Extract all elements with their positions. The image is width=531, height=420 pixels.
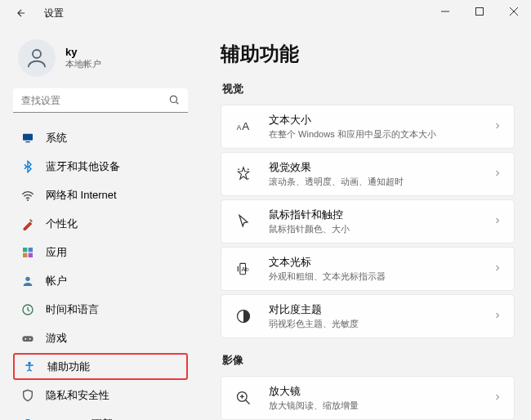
search-input[interactable] [13, 88, 188, 113]
user-block[interactable]: ky 本地帐户 [18, 39, 188, 77]
nav-item-bt[interactable]: 蓝牙和其他设备 [13, 153, 188, 180]
svg-text:Ab: Ab [242, 266, 249, 273]
card-mouse[interactable]: 鼠标指针和触控鼠标指针颜色、大小 [221, 199, 515, 244]
nav-item-priv[interactable]: 隐私和安全性 [13, 382, 188, 409]
net-icon [21, 189, 34, 202]
svg-rect-8 [25, 141, 29, 142]
app-title: 设置 [44, 7, 64, 20]
minimize-button[interactable] [428, 0, 462, 23]
system-icon [21, 132, 34, 145]
card-subtitle: 在整个 Windows 和应用中显示的文本大小 [269, 128, 493, 141]
card-subtitle: 滚动条、透明度、动画、通知超时 [269, 176, 493, 188]
chevron-right-icon [493, 391, 502, 405]
titlebar: 设置 [0, 0, 531, 26]
svg-rect-11 [29, 248, 33, 252]
nav-item-time[interactable]: 时间和语言 [13, 296, 188, 323]
game-icon [21, 332, 34, 345]
fx-icon [234, 166, 252, 182]
svg-point-18 [29, 337, 31, 339]
nav-item-apps[interactable]: 应用 [13, 239, 188, 266]
nav-label: Windows 更新 [46, 417, 113, 421]
card-list-video: 放大镜放大镜阅读、缩放增量 [221, 376, 515, 420]
card-title: 文本光标 [269, 255, 493, 270]
svg-rect-13 [29, 252, 33, 257]
priv-icon [21, 389, 34, 402]
nav-item-system[interactable]: 系统 [13, 124, 188, 151]
svg-rect-7 [23, 133, 33, 140]
nav-item-access[interactable]: 辅助功能 [13, 353, 188, 380]
svg-text:A: A [242, 120, 249, 132]
back-button[interactable] [13, 5, 29, 21]
nav-label: 应用 [46, 245, 67, 260]
card-contrast[interactable]: 对比度主题弱视彩色主题、光敏度 [221, 294, 515, 338]
chevron-right-icon [493, 214, 502, 229]
avatar [18, 39, 56, 77]
card-cursor[interactable]: Ab文本光标外观和粗细、文本光标指示器 [221, 247, 515, 291]
user-name: ky [65, 46, 101, 58]
card-text[interactable]: AA文本大小在整个 Windows 和应用中显示的文本大小 [221, 105, 515, 149]
nav-label: 游戏 [46, 331, 67, 346]
search-icon [168, 94, 180, 109]
nav-label: 个性化 [46, 217, 78, 231]
svg-line-6 [176, 101, 178, 104]
svg-rect-16 [22, 336, 33, 342]
nav-item-pers[interactable]: 个性化 [13, 210, 188, 237]
svg-point-14 [25, 276, 29, 280]
card-title: 鼠标指针和触控 [269, 208, 493, 222]
svg-point-24 [248, 168, 249, 170]
apps-icon [21, 246, 34, 259]
chevron-right-icon [493, 261, 502, 276]
main: 辅助功能 视觉 AA文本大小在整个 Windows 和应用中显示的文本大小视觉效… [199, 26, 531, 420]
chevron-right-icon [493, 309, 502, 324]
nav-item-game[interactable]: 游戏 [13, 324, 188, 351]
nav-label: 帐户 [46, 274, 67, 288]
time-icon [21, 303, 34, 316]
svg-rect-10 [23, 248, 27, 252]
svg-rect-12 [23, 252, 27, 257]
card-mag[interactable]: 放大镜放大镜阅读、缩放增量 [221, 376, 515, 420]
acct-icon [21, 275, 34, 288]
card-fx[interactable]: 视觉效果滚动条、透明度、动画、通知超时 [221, 152, 515, 196]
svg-rect-1 [476, 8, 484, 16]
nav-label: 隐私和安全性 [46, 388, 109, 403]
search-wrap [13, 88, 188, 113]
bt-icon [21, 160, 34, 173]
nav-item-acct[interactable]: 帐户 [13, 267, 188, 294]
svg-point-23 [238, 168, 239, 170]
card-subtitle: 鼠标指针颜色、大小 [269, 223, 493, 235]
svg-text:A: A [237, 123, 242, 132]
section-video: 影像 [222, 353, 515, 368]
window-controls [428, 0, 531, 23]
svg-point-19 [28, 361, 30, 364]
nav-label: 网络和 Internet [46, 188, 117, 203]
cursor-icon: Ab [234, 261, 252, 277]
access-icon [23, 360, 36, 373]
close-button[interactable] [497, 0, 531, 23]
chevron-right-icon [493, 167, 502, 181]
card-subtitle: 弱视彩色主题、光敏度 [269, 318, 493, 330]
card-title: 对比度主题 [269, 302, 493, 317]
card-subtitle: 放大镜阅读、缩放增量 [269, 400, 493, 412]
section-visual: 视觉 [222, 82, 515, 96]
svg-point-25 [248, 178, 249, 180]
user-sub: 本地帐户 [65, 58, 101, 70]
svg-point-5 [170, 96, 176, 102]
nav: 系统蓝牙和其他设备网络和 Internet个性化应用帐户时间和语言游戏辅助功能隐… [13, 124, 188, 420]
card-title: 文本大小 [269, 113, 493, 127]
nav-item-net[interactable]: 网络和 Internet [13, 181, 188, 208]
text-icon: AA [234, 118, 252, 135]
svg-point-4 [33, 50, 41, 58]
page-title: 辅助功能 [221, 41, 515, 67]
card-list-visual: AA文本大小在整个 Windows 和应用中显示的文本大小视觉效果滚动条、透明度… [221, 105, 515, 338]
card-title: 放大镜 [269, 384, 493, 399]
nav-label: 蓝牙和其他设备 [46, 159, 120, 174]
card-subtitle: 外观和粗细、文本光标指示器 [269, 270, 493, 283]
pers-icon [21, 217, 34, 230]
svg-point-17 [25, 337, 26, 339]
upd-icon [21, 418, 34, 421]
nav-item-upd[interactable]: Windows 更新 [13, 410, 188, 420]
contrast-icon [234, 308, 252, 324]
maximize-button[interactable] [462, 0, 497, 23]
nav-label: 时间和语言 [46, 302, 99, 317]
chevron-right-icon [493, 119, 502, 134]
